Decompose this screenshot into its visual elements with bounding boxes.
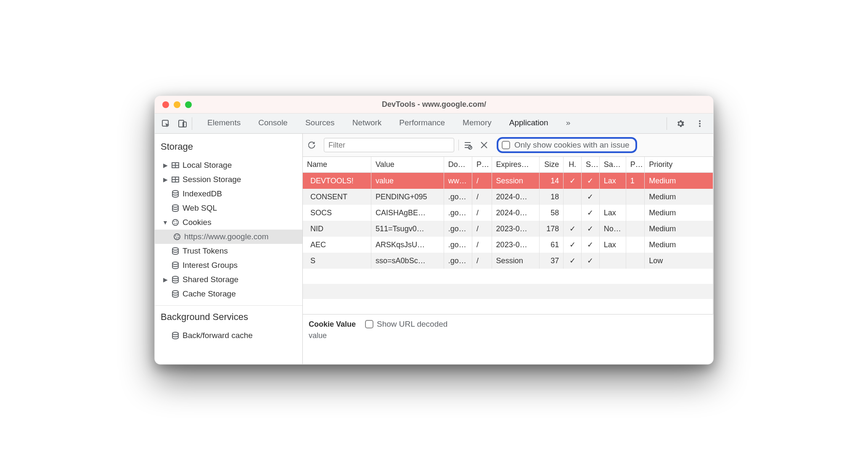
tab-elements[interactable]: Elements [202,114,246,133]
only-issues-label[interactable]: Only show cookies with an issue [514,140,630,150]
col-httponly[interactable]: H. [564,157,582,173]
col-value[interactable]: Value [371,157,444,173]
cell-domain[interactable]: .go… [444,221,472,237]
cell-priority[interactable]: Low [645,253,713,269]
cell-httponly[interactable] [564,189,582,205]
cell-size[interactable]: 14 [540,173,564,189]
cell-value[interactable]: PENDING+095 [371,189,444,205]
cell-path[interactable]: / [472,173,492,189]
cell-expires[interactable]: 2024-0… [492,189,540,205]
table-row[interactable]: NID511=Tsugv0….go…/2023-0…178✓✓No…Medium [303,221,713,237]
col-partitionkey[interactable]: P… [626,157,645,173]
cell-pk[interactable] [626,237,645,253]
sidebar-item-session-storage[interactable]: ▶ Session Storage [155,172,302,187]
cell-expires[interactable]: Session [492,173,540,189]
col-path[interactable]: P… [472,157,492,173]
cell-value[interactable]: sso=sA0bSc… [371,253,444,269]
cell-value[interactable]: 511=Tsugv0… [371,221,444,237]
col-secure[interactable]: S… [581,157,599,173]
cell-name[interactable]: S [303,253,371,269]
cell-size[interactable]: 178 [540,221,564,237]
tab-network[interactable]: Network [347,114,387,133]
cell-value[interactable]: CAISHAgBE… [371,205,444,221]
refresh-icon[interactable] [307,140,320,150]
cell-priority[interactable]: Medium [645,189,713,205]
sidebar-item-cookie-origin[interactable]: https://www.google.com [155,230,302,244]
cell-size[interactable]: 37 [540,253,564,269]
delete-selected-icon[interactable] [480,141,492,149]
show-url-decoded-label[interactable]: Show URL decoded [377,320,447,329]
cell-domain[interactable]: ww… [444,173,472,189]
cell-value[interactable]: ARSKqsJsU… [371,237,444,253]
cell-pk[interactable] [626,221,645,237]
cell-name[interactable]: AEC [303,237,371,253]
cell-priority[interactable]: Medium [645,173,713,189]
cell-expires[interactable]: 2023-0… [492,237,540,253]
cell-samesite[interactable]: Lax [599,237,626,253]
cell-httponly[interactable] [564,205,582,221]
only-issues-checkbox[interactable] [502,141,510,149]
col-expires[interactable]: Expires… [492,157,540,173]
cell-secure[interactable]: ✓ [581,221,599,237]
col-size[interactable]: Size [540,157,564,173]
cell-expires[interactable]: 2023-0… [492,221,540,237]
cell-secure[interactable]: ✓ [581,189,599,205]
tab-sources[interactable]: Sources [300,114,340,133]
col-samesite[interactable]: Sa… [599,157,626,173]
cell-size[interactable]: 58 [540,205,564,221]
sidebar-item-trust-tokens[interactable]: Trust Tokens [155,244,302,258]
cell-domain[interactable]: .go… [444,237,472,253]
col-priority[interactable]: Priority [645,157,713,173]
cell-samesite[interactable] [599,253,626,269]
table-header-row[interactable]: Name Value Do… P… Expires… Size H. S… Sa… [303,157,713,173]
cell-expires[interactable]: Session [492,253,540,269]
cell-secure[interactable]: ✓ [581,205,599,221]
cell-pk[interactable] [626,189,645,205]
kebab-menu-icon[interactable] [691,115,708,132]
sidebar-item-indexeddb[interactable]: IndexedDB [155,187,302,201]
cell-path[interactable]: / [472,237,492,253]
cell-size[interactable]: 61 [540,237,564,253]
table-row[interactable]: CONSENTPENDING+095.go…/2024-0…18✓Medium [303,189,713,205]
tab-memory[interactable]: Memory [458,114,497,133]
cell-path[interactable]: / [472,221,492,237]
cell-name[interactable]: NID [303,221,371,237]
cell-priority[interactable]: Medium [645,237,713,253]
tab-more[interactable]: » [561,114,576,133]
tab-performance[interactable]: Performance [394,114,450,133]
sidebar-item-shared-storage[interactable]: ▶ Shared Storage [155,272,302,287]
cell-expires[interactable]: 2024-0… [492,205,540,221]
table-row[interactable]: DEVTOOLS!valueww…/Session14✓✓Lax1Medium [303,173,713,189]
inspect-element-icon[interactable] [157,115,174,132]
sidebar-item-local-storage[interactable]: ▶ Local Storage [155,158,302,172]
cell-httponly[interactable]: ✓ [564,173,582,189]
cell-domain[interactable]: .go… [444,189,472,205]
cell-priority[interactable]: Medium [645,221,713,237]
sidebar-item-cookies[interactable]: ▼ Cookies [155,215,302,230]
cell-httponly[interactable]: ✓ [564,253,582,269]
col-domain[interactable]: Do… [444,157,472,173]
tab-console[interactable]: Console [253,114,293,133]
cell-path[interactable]: / [472,253,492,269]
filter-input[interactable] [324,138,454,152]
cell-path[interactable]: / [472,189,492,205]
cell-httponly[interactable]: ✓ [564,221,582,237]
cell-path[interactable]: / [472,205,492,221]
cell-name[interactable]: CONSENT [303,189,371,205]
sidebar-item-interest-groups[interactable]: Interest Groups [155,258,302,272]
cell-priority[interactable]: Medium [645,205,713,221]
table-row[interactable]: SOCSCAISHAgBE….go…/2024-0…58✓LaxMedium [303,205,713,221]
cell-samesite[interactable] [599,189,626,205]
cell-samesite[interactable]: Lax [599,173,626,189]
cell-secure[interactable]: ✓ [581,173,599,189]
sidebar-item-cache-storage[interactable]: Cache Storage [155,287,302,301]
table-row[interactable]: AECARSKqsJsU….go…/2023-0…61✓✓LaxMedium [303,237,713,253]
cell-secure[interactable]: ✓ [581,237,599,253]
cookies-table[interactable]: Name Value Do… P… Expires… Size H. S… Sa… [303,157,713,315]
col-name[interactable]: Name [303,157,371,173]
sidebar-item-web-sql[interactable]: Web SQL [155,201,302,215]
cell-domain[interactable]: .go… [444,205,472,221]
cell-size[interactable]: 18 [540,189,564,205]
settings-gear-icon[interactable] [672,115,689,132]
cell-samesite[interactable]: No… [599,221,626,237]
